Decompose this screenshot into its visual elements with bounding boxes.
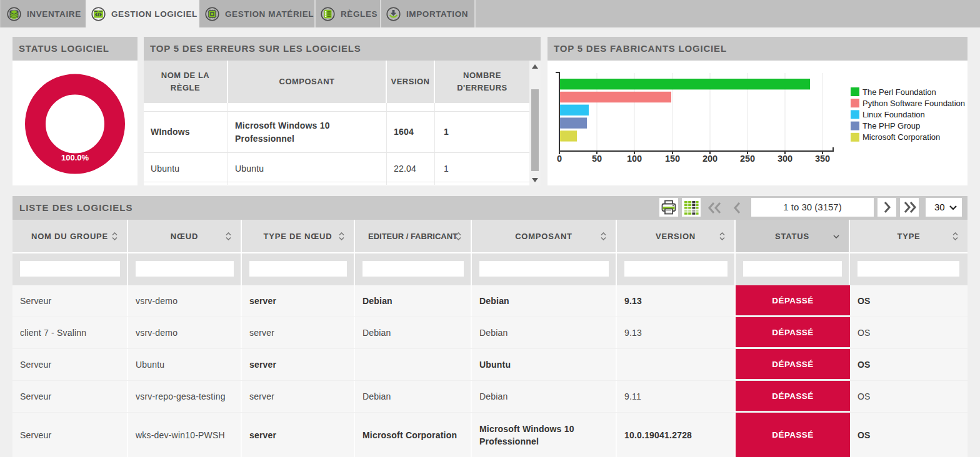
svg-text:300: 300 <box>778 154 792 164</box>
svg-text:100: 100 <box>627 154 642 164</box>
svg-text:50: 50 <box>592 154 602 164</box>
svg-text:250: 250 <box>740 154 755 164</box>
svg-text:100.0%: 100.0% <box>61 153 89 162</box>
svg-text:200: 200 <box>702 154 718 164</box>
svg-text:Linux Foundation: Linux Foundation <box>862 110 925 119</box>
svg-text:150: 150 <box>665 154 680 164</box>
svg-text:Microsoft Corporation: Microsoft Corporation <box>862 132 940 142</box>
svg-text:The Perl Foundation: The Perl Foundation <box>862 87 936 97</box>
svg-text:Python Software Foundation: Python Software Foundation <box>862 99 965 108</box>
svg-text:The PHP Group: The PHP Group <box>862 121 920 130</box>
svg-text:0: 0 <box>557 154 562 164</box>
svg-text:350: 350 <box>815 154 830 164</box>
